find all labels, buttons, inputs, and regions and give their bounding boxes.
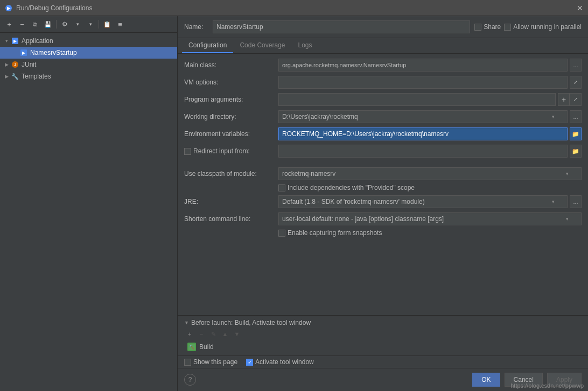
app-label: Application xyxy=(22,37,53,45)
redirect-label: Redirect input from: xyxy=(184,147,278,155)
dropdown2-button[interactable]: ▾ xyxy=(85,18,96,30)
include-deps-label[interactable]: Include dependencies with "Provided" sco… xyxy=(278,184,415,191)
vm-options-row: VM options: ⤢ xyxy=(184,75,582,89)
name-input[interactable] xyxy=(213,20,470,33)
remove-button[interactable]: − xyxy=(16,18,28,30)
shorten-cmd-row: Shorten command line: user-local default… xyxy=(184,212,582,226)
vm-options-expand-btn[interactable]: ⤢ xyxy=(570,76,582,89)
before-launch-section: ▼ Before launch: Build, Activate tool wi… xyxy=(178,315,588,356)
share-checkbox-label[interactable]: Share xyxy=(474,23,501,31)
before-launch-arrow: ▼ xyxy=(184,320,189,325)
bl-down-btn[interactable]: ▼ xyxy=(232,329,242,339)
namesrv-arrow: ▶ xyxy=(12,49,18,56)
include-deps-text: Include dependencies with "Provided" sco… xyxy=(288,184,415,191)
include-deps-row: Include dependencies with "Provided" sco… xyxy=(184,184,582,191)
dropdown1-button[interactable]: ▾ xyxy=(72,18,83,30)
sep1 xyxy=(56,20,57,29)
svg-text:▶: ▶ xyxy=(22,51,26,55)
activate-tool-window-text: Activate tool window xyxy=(255,358,314,366)
redirect-checkbox[interactable] xyxy=(184,148,191,155)
main-class-input[interactable] xyxy=(278,59,568,72)
redirect-text: Redirect input from: xyxy=(193,147,250,155)
svg-text:🔨: 🔨 xyxy=(189,344,194,350)
show-page-label[interactable]: Show this page xyxy=(184,358,237,366)
jre-field: Default (1.8 - SDK of 'rocketmq-namesrv'… xyxy=(278,195,582,208)
bl-up-btn[interactable]: ▲ xyxy=(220,329,230,339)
env-vars-browse-btn[interactable]: 📁 xyxy=(570,127,582,140)
add-button[interactable]: + xyxy=(3,18,15,30)
show-page-text: Show this page xyxy=(193,358,237,366)
working-dir-wrapper: ▾ xyxy=(278,110,568,123)
allow-parallel-label[interactable]: Allow running in parallel xyxy=(504,23,582,31)
jre-select[interactable]: Default (1.8 - SDK of 'rocketmq-namesrv'… xyxy=(278,195,568,208)
classpath-label: Use classpath of module: xyxy=(184,170,278,177)
include-deps-checkbox[interactable] xyxy=(278,184,285,191)
junit-label: JUnit xyxy=(22,61,36,68)
classpath-select[interactable]: rocketmq-namesrv xyxy=(278,167,582,180)
before-launch-header: ▼ Before launch: Build, Activate tool wi… xyxy=(184,319,582,326)
enable-capturing-checkbox[interactable] xyxy=(278,230,285,237)
svg-text:J: J xyxy=(14,62,16,67)
tab-configuration[interactable]: Configuration xyxy=(182,38,233,53)
ok-button[interactable]: OK xyxy=(472,373,500,387)
close-button[interactable]: ✕ xyxy=(576,4,584,12)
redirect-input[interactable] xyxy=(278,145,568,158)
program-args-add-btn[interactable]: + xyxy=(558,93,570,106)
vm-options-field: ⤢ xyxy=(278,76,582,89)
help-button[interactable]: ? xyxy=(184,374,196,386)
build-icon: 🔨 xyxy=(187,343,196,351)
move-button[interactable]: 📋 xyxy=(101,18,113,30)
bl-edit-btn[interactable]: ✎ xyxy=(208,329,219,339)
allow-parallel-text: Allow running in parallel xyxy=(513,23,582,31)
activate-tool-window-label[interactable]: ✓ Activate tool window xyxy=(246,358,314,366)
app-arrow: ▾ xyxy=(3,38,10,44)
main-class-label: Main class: xyxy=(184,61,278,69)
tree-item-namesrv[interactable]: ▶ ▶ NamesrvStartup xyxy=(0,47,177,59)
working-dir-browse-btn[interactable]: ... xyxy=(570,110,582,123)
namesrv-icon: ▶ xyxy=(19,48,28,57)
copy-button[interactable]: ⧉ xyxy=(29,18,41,30)
bl-remove-btn[interactable]: − xyxy=(196,329,207,339)
enable-capturing-label[interactable]: Enable capturing form snapshots xyxy=(278,229,382,237)
bl-add-btn[interactable]: + xyxy=(184,329,195,339)
classpath-row: Use classpath of module: rocketmq-namesr… xyxy=(184,167,582,181)
main-class-browse-btn[interactable]: ... xyxy=(570,59,582,72)
program-args-input[interactable] xyxy=(278,93,556,106)
activate-tool-window-checkbox[interactable]: ✓ xyxy=(246,359,253,366)
app-icon: ▶ xyxy=(4,4,13,12)
save-button[interactable]: 💾 xyxy=(42,18,54,30)
tree-item-templates[interactable]: ▶ 🔧 Templates xyxy=(0,70,177,82)
tab-code-coverage[interactable]: Code Coverage xyxy=(233,38,291,53)
templates-arrow: ▶ xyxy=(3,73,10,80)
tree-item-application[interactable]: ▾ ▶ Application xyxy=(0,35,177,47)
junit-arrow: ▶ xyxy=(3,61,10,68)
env-vars-input[interactable] xyxy=(278,127,568,140)
shorten-cmd-select[interactable]: user-local default: none - java [options… xyxy=(278,212,582,225)
program-args-expand-btn[interactable]: ⤢ xyxy=(570,93,582,106)
sep2 xyxy=(99,20,99,29)
tab-logs[interactable]: Logs xyxy=(291,38,318,53)
allow-parallel-checkbox[interactable] xyxy=(504,24,511,31)
sort-button[interactable]: ≡ xyxy=(114,18,126,30)
templates-label: Templates xyxy=(22,73,51,80)
svg-text:▶: ▶ xyxy=(13,39,17,44)
vm-options-input[interactable] xyxy=(278,76,568,89)
redirect-checkbox-label[interactable]: Redirect input from: xyxy=(184,147,275,155)
redirect-browse-btn[interactable]: 📁 xyxy=(570,145,582,158)
show-page-checkbox[interactable] xyxy=(184,359,191,366)
name-row: Name: Share Allow running in parallel xyxy=(178,16,588,38)
enable-capturing-row: Enable capturing form snapshots xyxy=(184,229,582,237)
shorten-cmd-wrapper: user-local default: none - java [options… xyxy=(278,212,582,225)
env-vars-field: 📁 xyxy=(278,127,582,140)
config-content: Main class: ... VM options: ⤢ Program ar… xyxy=(178,54,588,315)
jre-browse-btn[interactable]: ... xyxy=(570,195,582,208)
working-dir-row: Working directory: ▾ ... xyxy=(184,110,582,124)
share-checkbox[interactable] xyxy=(474,24,481,31)
tree-item-junit[interactable]: ▶ J JUnit xyxy=(0,59,177,70)
working-dir-input[interactable] xyxy=(278,110,568,123)
env-vars-label: Environment variables: xyxy=(184,130,278,138)
share-row: Share Allow running in parallel xyxy=(474,23,582,31)
settings-button[interactable]: ⚙ xyxy=(59,18,71,30)
config-tree: ▾ ▶ Application ▶ ▶ Names xyxy=(0,33,177,391)
program-args-field: + ⤢ xyxy=(278,93,582,106)
